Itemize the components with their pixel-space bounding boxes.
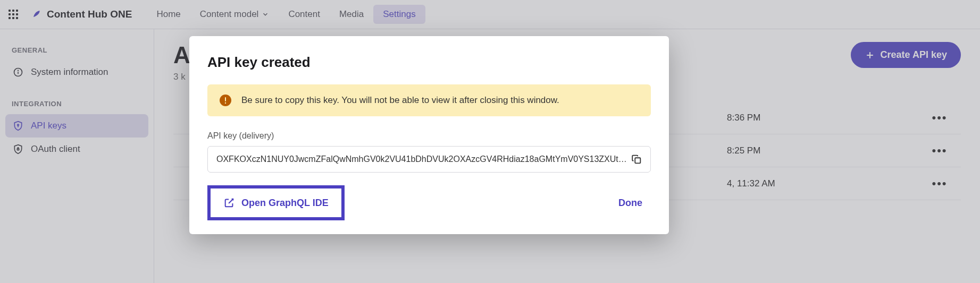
api-key-field [207, 146, 651, 173]
svg-line-12 [229, 199, 233, 203]
api-key-created-dialog: API key created Be sure to copy this key… [189, 36, 669, 234]
copy-button[interactable] [627, 150, 646, 169]
dialog-alert: Be sure to copy this key. You will not b… [207, 84, 651, 116]
dialog-title: API key created [207, 54, 651, 71]
field-label: API key (delivery) [207, 131, 651, 141]
svg-point-10 [225, 102, 226, 104]
open-graphql-ide-label: Open GraphQL IDE [241, 198, 329, 209]
warning-icon [219, 94, 232, 107]
open-graphql-ide-button[interactable]: Open GraphQL IDE [207, 185, 345, 220]
svg-rect-9 [225, 97, 226, 101]
copy-icon [631, 153, 642, 165]
svg-rect-11 [635, 158, 640, 163]
external-link-icon [223, 197, 235, 209]
alert-text: Be sure to copy this key. You will not b… [241, 95, 559, 106]
api-key-input[interactable] [216, 155, 627, 164]
done-button[interactable]: Done [610, 192, 651, 214]
